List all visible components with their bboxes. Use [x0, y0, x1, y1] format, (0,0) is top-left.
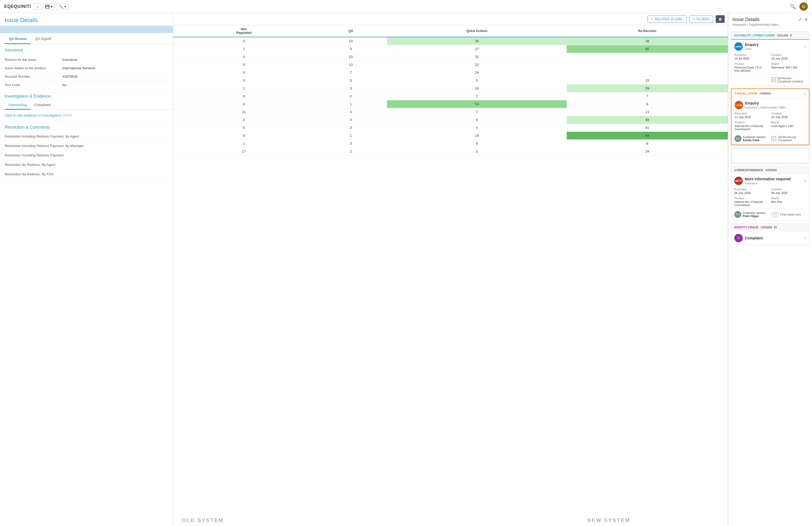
identity-enquiry-row: ID Complaint ›: [734, 234, 806, 242]
identity-icon: ID: [734, 234, 743, 242]
dashed-placeholder-card: [731, 148, 809, 164]
table-wrapper: NonRegulated QA Quick Actions Re-Decisio…: [173, 25, 728, 526]
field-sortcode-value: ka: [62, 83, 66, 87]
right-panel-title-content: Issue Details ⤢ ✕ Insurance | Supplement…: [733, 17, 808, 27]
right-panel-title: Issue Details: [733, 17, 759, 22]
table-row: 1 3 8 6: [173, 140, 728, 147]
relative-icon: ≈: [651, 17, 653, 21]
cancellation-card: CANCELLATION #258654 › Look Enquiry Insu…: [731, 88, 809, 145]
cancellation-id: #258654: [759, 92, 771, 95]
nav-icons: ⌂ 💾 ▾ 🔍 ▾: [34, 3, 68, 10]
sub-tabs: Outstanding Completed: [0, 101, 173, 110]
suitability-card: SUITABLITY | OTHER COVER #261256 9 swim …: [731, 31, 809, 86]
table-toolbar: ≈ RELATIVE (0-1000) ≡ FILTERS ▦: [173, 13, 728, 25]
highlight-bar: [0, 26, 173, 33]
filter-icon: ≡: [693, 17, 695, 21]
nav-left: EQEQUINITI ⌂ 💾 ▾ 🔍 ▾: [4, 3, 69, 10]
field-account-label: Account Number: [5, 74, 62, 79]
insurance-section-title: Insurance: [0, 44, 173, 55]
field-sortcode: Sort Code ka: [5, 81, 168, 89]
identity-title: Complaint: [745, 236, 763, 240]
chevron-right-icon[interactable]: ›: [804, 44, 806, 49]
table-row: 5 3 5 41: [173, 124, 728, 132]
tab-qa-review[interactable]: QA Review: [5, 34, 31, 44]
sub-tab-completed[interactable]: Completed: [30, 101, 54, 110]
resolution-no-redress-agent: Resolution No Redress, By Agent: [0, 160, 173, 170]
expand-button[interactable]: ⤢: [798, 17, 802, 22]
filters-button[interactable]: ≡ FILTERS: [689, 15, 713, 23]
qa-monitoring-badge: ✓: [771, 136, 776, 141]
insurance-fields: Reason for the issue Insurance Issue rel…: [0, 55, 173, 90]
grid-view-button[interactable]: ▦: [716, 15, 725, 23]
close-button[interactable]: ✕: [804, 17, 808, 22]
cancellation-header: CANCELLATION #258654 ›: [731, 89, 809, 98]
identity-fraud-header: IDENTITY FRAUD #258068 91: [731, 224, 809, 231]
col-non-regulated: NonRegulated: [173, 25, 315, 37]
correspondence-chevron[interactable]: ›: [804, 179, 806, 183]
correspondence-enquiry-row: WITT More information required Insurance…: [734, 177, 806, 185]
suitability-card-header: SUITABLITY | OTHER COVER #261256 9: [731, 32, 809, 40]
col-qa: QA: [315, 25, 387, 37]
table-row: 0 13 22: [173, 61, 728, 69]
cancellation-subtitle: Insurance | Suplementary Sales: [745, 106, 786, 109]
search-icon-button[interactable]: 🔍: [790, 4, 796, 10]
search-nav-button[interactable]: 🔍 ▾: [56, 3, 69, 10]
top-navigation: EQEQUINITI ⌂ 💾 ▾ 🔍 ▾ 🔍 U: [0, 0, 812, 13]
field-account-value: 42876628: [62, 74, 78, 79]
sub-tab-outstanding[interactable]: Outstanding: [5, 101, 30, 110]
correspondence-body: WITT More information required Insurance…: [731, 174, 809, 221]
field-account: Account Number 42876628: [5, 72, 168, 81]
nav-right: 🔍 U: [790, 2, 808, 11]
evidence-click[interactable]: Click to add evidence or investigation >…: [0, 110, 173, 121]
table-row: 2 9 27 85: [173, 45, 728, 53]
right-panel-inner: SUITABLITY | OTHER COVER #261256 9 swim …: [728, 29, 812, 526]
emilia-avatar: EC: [735, 135, 741, 142]
enquiry-row: swim Enquiry Cash ›: [734, 42, 806, 51]
table-row: 0 7 24: [173, 69, 728, 77]
card-footer: ✓ QA Review Completed Updated: [734, 74, 806, 83]
right-panel: Issue Details ⤢ ✕ Insurance | Supplement…: [728, 13, 812, 526]
suitability-card-body: swim Enquiry Cash › Received: [731, 40, 809, 86]
user-avatar[interactable]: U: [799, 2, 808, 11]
field-product-label: Issue relates to the product: [5, 66, 62, 70]
tab-qa-signoff[interactable]: QA Signoff: [31, 34, 55, 44]
swim-icon: swim: [734, 42, 743, 51]
data-table: NonRegulated QA Quick Actions Re-Decisio…: [173, 25, 728, 155]
identity-chevron[interactable]: ›: [804, 236, 806, 240]
table-row: 11 4 7 11: [173, 108, 728, 116]
left-panel-title: Issue Details: [0, 13, 173, 26]
field-reason-label: Reason for the issue: [5, 58, 62, 62]
enquiry-subtitle: Cash: [745, 47, 758, 51]
correspondence-meta: Received 08 July 2020 Created 08 July 20…: [734, 188, 806, 207]
suitability-category: SUITABLITY | OTHER COVER #261256 9: [734, 34, 792, 37]
table-row: 0 13 38 38: [173, 37, 728, 45]
correspondence-footer: PH Customer servicePeter Higgs ↑ Final r…: [734, 209, 806, 218]
table-row: 1 3 16 39: [173, 85, 728, 93]
suitability-id: #261256: [777, 34, 788, 37]
table-row: 0 1 54 6: [173, 100, 728, 108]
table-row: 2 0 9 48: [173, 116, 728, 124]
cancellation-title: Enquiry: [745, 101, 786, 105]
main-tabs: QA Review QA Signoff: [0, 34, 173, 44]
peter-avatar: PH: [734, 211, 741, 218]
correspondence-subtitle: Insurance: [745, 182, 791, 185]
correspondence-category: CORRESPONDENCE #258068: [734, 169, 777, 172]
resolution-by-agent: Resolution Including Redress Payment, By…: [0, 132, 173, 141]
relative-button[interactable]: ≈ RELATIVE (0-1000): [648, 15, 686, 23]
right-panel-subtitle: Insurance | Supplementary sales: [733, 23, 808, 27]
save-button[interactable]: 💾 ▾: [43, 3, 55, 10]
field-product-value: International Services: [62, 66, 95, 70]
home-button[interactable]: ⌂: [34, 3, 41, 10]
cancellation-meta: Received 11 July 2020 Created 22 July 20…: [735, 112, 806, 131]
enquiry-title: Enquiry: [745, 43, 758, 47]
resolution-by-manager: Resolution Including Redress Payment, By…: [0, 141, 173, 151]
brand-logo: EQEQUINITI: [4, 4, 31, 9]
field-reason: Reason for the issue Insurance: [5, 56, 168, 64]
customer-service-label: Customer serviceEmilia Clark: [743, 136, 766, 142]
correspondence-card: CORRESPONDENCE #258068 WITT More informa…: [731, 166, 809, 221]
cancellation-chevron[interactable]: ›: [804, 91, 806, 96]
resolution-no-redress-fos: Resolution No Redress, By FOS: [0, 170, 173, 179]
right-panel-controls: ⤢ ✕: [798, 17, 808, 22]
cancellation-footer: EC Customer serviceEmilia Clark ✓ QA Mon…: [735, 133, 806, 142]
report-badge: ↑: [771, 212, 779, 217]
